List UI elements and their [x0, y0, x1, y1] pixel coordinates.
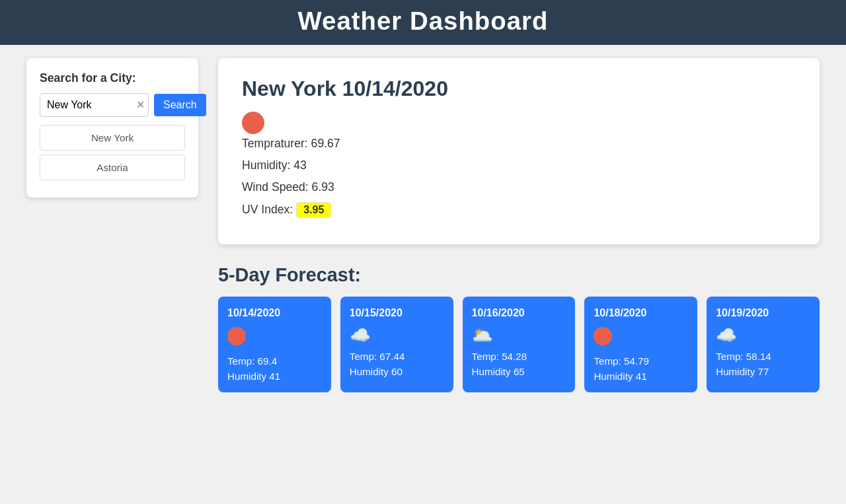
clear-input-button[interactable]: ✕ — [136, 100, 145, 110]
forecast-card-0: 10/14/2020 Temp: 69.4 Humidity 41 — [218, 297, 331, 392]
wind-speed-detail: Wind Speed: 6.93 — [242, 180, 796, 194]
forecast-humidity-3: Humidity 41 — [594, 371, 688, 382]
forecast-card-2: 10/16/2020 🌥️ Temp: 54.28 Humidity 65 — [463, 297, 576, 392]
current-weather-icon — [242, 112, 264, 134]
forecast-humidity-4: Humidity 77 — [716, 366, 810, 377]
temperature-detail: Tempraturer: 69.67 — [242, 137, 796, 151]
app-title: Weather Dashboard — [0, 7, 846, 36]
uv-index-value: 3.95 — [296, 202, 331, 218]
forecast-cards: 10/14/2020 Temp: 69.4 Humidity 41 10/15/… — [218, 297, 820, 392]
forecast-humidity-1: Humidity 60 — [350, 366, 444, 377]
current-city-date: New York 10/14/2020 — [242, 77, 796, 101]
forecast-temp-4: Temp: 58.14 — [716, 351, 810, 362]
forecast-date-2: 10/16/2020 — [472, 307, 566, 319]
suggestion-astoria[interactable]: Astoria — [40, 155, 185, 180]
search-button[interactable]: Search — [154, 94, 206, 116]
forecast-card-4: 10/19/2020 ☁️ Temp: 58.14 Humidity 77 — [707, 297, 820, 392]
forecast-icon-1: ☁️ — [350, 327, 444, 344]
forecast-temp-1: Temp: 67.44 — [350, 351, 444, 362]
search-input[interactable] — [40, 93, 149, 117]
forecast-date-3: 10/18/2020 — [594, 307, 688, 319]
current-weather-card: New York 10/14/2020 Tempraturer: 69.67 H… — [218, 58, 820, 244]
forecast-section: 5-Day Forecast: 10/14/2020 Temp: 69.4 Hu… — [218, 264, 820, 392]
main-content: Search for a City: ✕ Search New York Ast… — [0, 45, 846, 406]
forecast-humidity-2: Humidity 65 — [472, 366, 566, 377]
forecast-icon-3 — [594, 327, 688, 349]
search-panel: Search for a City: ✕ Search New York Ast… — [26, 58, 198, 198]
forecast-icon-0 — [227, 327, 322, 349]
forecast-title: 5-Day Forecast: — [218, 264, 820, 286]
search-label: Search for a City: — [40, 71, 185, 85]
forecast-humidity-0: Humidity 41 — [227, 371, 322, 382]
app-header: Weather Dashboard — [0, 0, 846, 45]
forecast-icon-4: ☁️ — [716, 327, 810, 344]
forecast-temp-3: Temp: 54.79 — [594, 355, 688, 367]
suggestion-new-york[interactable]: New York — [40, 125, 185, 151]
forecast-date-0: 10/14/2020 — [227, 307, 322, 319]
weather-section: New York 10/14/2020 Tempraturer: 69.67 H… — [218, 58, 820, 392]
humidity-detail: Humidity: 43 — [242, 159, 796, 172]
forecast-card-3: 10/18/2020 Temp: 54.79 Humidity 41 — [584, 297, 697, 392]
forecast-date-4: 10/19/2020 — [716, 307, 810, 319]
forecast-temp-2: Temp: 54.28 — [472, 351, 566, 362]
search-input-wrapper: ✕ — [40, 93, 149, 117]
forecast-date-1: 10/15/2020 — [350, 307, 444, 319]
forecast-card-1: 10/15/2020 ☁️ Temp: 67.44 Humidity 60 — [340, 297, 453, 392]
uv-index-detail: UV Index: 3.95 — [242, 202, 796, 218]
uv-index-label: UV Index: — [242, 203, 293, 216]
forecast-temp-0: Temp: 69.4 — [227, 355, 322, 367]
forecast-icon-2: 🌥️ — [472, 327, 566, 344]
search-input-row: ✕ Search — [40, 93, 185, 117]
